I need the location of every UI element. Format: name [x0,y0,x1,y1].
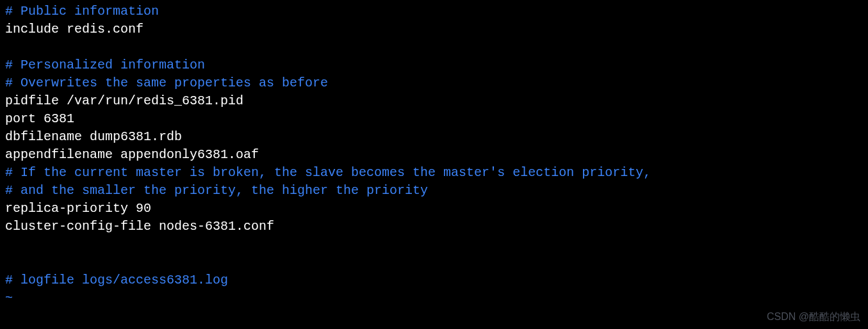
blank-line [5,38,863,56]
config-directive: replica-priority 90 [5,200,863,218]
config-comment: # Personalized information [5,56,863,74]
blank-line [5,236,863,253]
config-directive: port 6381 [5,110,863,128]
config-comment: # Public information [5,3,863,20]
editor-content[interactable]: # Public information include redis.conf … [5,3,863,307]
watermark-text: CSDN @酷酷的懒虫 [767,310,860,324]
vim-tilde: ~ [5,289,863,307]
config-comment: # logfile logs/access6381.log [5,271,863,289]
config-comment: # Overwrites the same properties as befo… [5,74,863,92]
config-directive: appendfilename appendonly6381.oaf [5,146,863,164]
config-directive: pidfile /var/run/redis_6381.pid [5,92,863,110]
config-directive: include redis.conf [5,20,863,38]
config-comment: # and the smaller the priority, the high… [5,182,863,200]
config-comment: # If the current master is broken, the s… [5,164,863,182]
config-directive: cluster-config-file nodes-6381.conf [5,218,863,236]
config-directive: dbfilename dump6381.rdb [5,128,863,146]
blank-line [5,253,863,271]
